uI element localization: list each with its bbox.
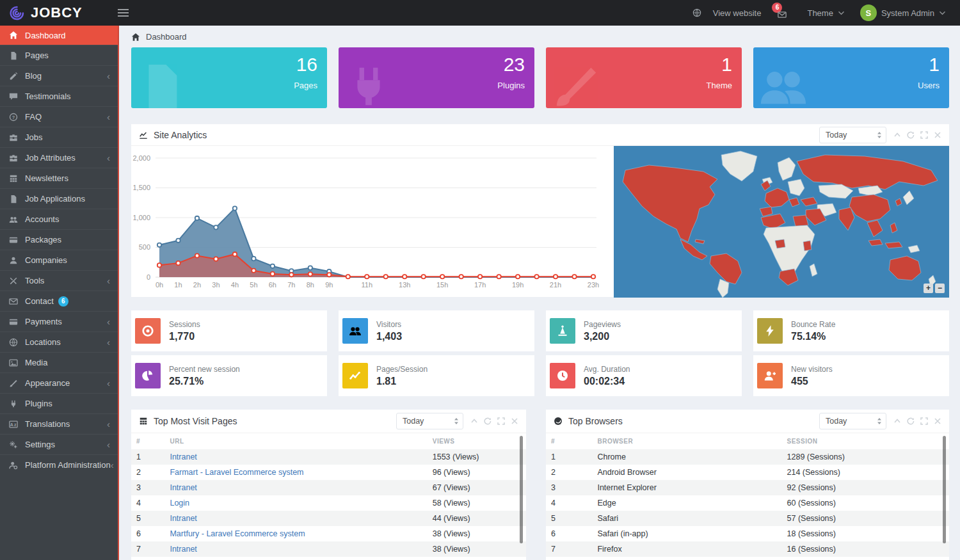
page-link[interactable]: Login [170,499,189,508]
cell: 7 [131,541,164,557]
sidebar-item-media[interactable]: Media [0,352,118,372]
map-zoom-in-button[interactable]: + [924,284,933,293]
sidebar-item-label: Newsletters [25,173,68,183]
sidebar-item-pages[interactable]: Pages [0,45,118,65]
page-link[interactable]: Intranet [170,483,196,492]
stat-card-users[interactable]: 1Users [753,47,949,108]
sidebar-item-plugins[interactable]: Plugins [0,393,118,413]
period-select[interactable]: Today [396,413,463,429]
collapse-icon[interactable] [893,131,901,139]
metric-label: Visitors [376,320,402,329]
cell: 92 (Sessions) [782,480,949,495]
page-link[interactable]: Intranet [170,452,196,461]
logo[interactable]: JOBCY [0,4,109,21]
user-menu[interactable]: S System Admin [860,4,946,21]
pie-icon [135,363,161,388]
sidebar-item-tools[interactable]: Tools‹ [0,270,118,291]
top-pages-panel: Top Most Visit Pages Today [131,410,526,560]
chevron-down-icon [838,10,845,15]
table-row: 6Safari (in-app)18 (Sessions) [546,526,949,541]
table-scrollbar[interactable] [520,436,523,543]
page-link[interactable]: Intranet [170,514,196,523]
pencil-icon [9,72,19,81]
table-row: 2Android Browser214 (Sessions) [546,465,949,480]
globe-icon [9,338,19,347]
sidebar-item-locations[interactable]: Locations‹ [0,332,118,352]
metric-label: Pages/Session [376,365,428,374]
cell: 5 [131,511,164,526]
map-zoom-out-button[interactable]: − [935,284,945,293]
sidebar-item-platform-administration[interactable]: Platform Administration‹ [0,454,118,475]
svg-text:1h: 1h [174,281,182,289]
world-map[interactable]: + − [614,146,949,298]
sidebar-item-newsletters[interactable]: Newsletters [0,168,118,188]
page-link[interactable]: Farmart - Laravel Ecommerce system [170,468,303,477]
cell: 4 [131,495,164,511]
reload-icon[interactable] [907,417,915,425]
fullscreen-icon[interactable] [920,417,928,425]
person-icon [9,256,19,265]
stat-card-theme[interactable]: 1Theme [546,47,742,108]
select-arrows-icon [877,131,882,139]
panel-tools [893,131,941,139]
stat-number: 23 [504,54,525,76]
sidebar-item-dashboard[interactable]: Dashboard [0,26,118,45]
sidebar-item-testimonials[interactable]: Testimonials [0,86,118,106]
close-icon[interactable] [934,417,941,425]
cell: Safari [592,511,781,526]
sidebar-item-label: Pages [25,51,49,60]
cell: 8 [546,557,592,560]
svg-text:21h: 21h [550,281,561,289]
card-icon [9,317,19,326]
close-icon[interactable] [934,131,941,139]
clock-icon [550,363,575,388]
chevron-left-icon: ‹ [107,419,110,429]
view-website-button[interactable]: View website [692,8,762,18]
sidebar-item-faq[interactable]: ?FAQ‹ [0,106,118,127]
fullscreen-icon[interactable] [920,131,928,139]
sidebar-item-payments[interactable]: Payments‹ [0,311,118,332]
stat-cards: 16Pages23Plugins1Theme1Users [131,47,949,108]
cell: 6 [131,526,164,541]
sidebar-item-companies[interactable]: Companies [0,250,118,270]
metric-visitors: Visitors1,403 [339,310,534,351]
theme-menu[interactable]: Theme [807,8,844,18]
sidebar-item-accounts[interactable]: Accounts [0,209,118,229]
page-link[interactable]: Intranet [170,545,196,554]
sidebar-item-blog[interactable]: Blog‹ [0,65,118,86]
messages-button[interactable]: 6 [776,3,792,22]
collapse-icon[interactable] [470,417,478,425]
sidebar-item-label: Accounts [25,214,59,224]
period-select[interactable]: Today [819,127,886,143]
globe-icon [692,8,702,17]
sidebar-item-jobs[interactable]: Jobs [0,127,118,147]
url-cell: Martfury - Laravel Ecommerce system [164,526,427,541]
svg-text:A: A [10,422,13,426]
stat-card-pages[interactable]: 16Pages [131,47,327,108]
page-link[interactable]: Martfury - Laravel Ecommerce system [170,529,305,538]
cell: 38 (Views) [428,526,526,541]
column-header: VIEWS [428,433,526,449]
cell: 44 (Views) [428,511,526,526]
collapse-icon[interactable] [893,417,901,425]
plug-icon [344,61,394,108]
sidebar-item-translations[interactable]: AzTranslations‹ [0,413,118,434]
sidebar-item-contact[interactable]: Contact6 [0,291,118,311]
reload-icon[interactable] [484,417,492,425]
sidebar-item-job-applications[interactable]: Job Applications [0,188,118,209]
period-select[interactable]: Today [819,413,886,429]
close-icon[interactable] [511,417,518,425]
sidebar-item-appearance[interactable]: Appearance‹ [0,372,118,393]
cone-icon [550,318,575,344]
sidebar-toggle-button[interactable] [118,9,129,17]
svg-text:1,000: 1,000 [132,214,150,221]
table-scrollbar[interactable] [943,436,946,543]
metric-label: Percent new session [169,365,240,374]
sidebar-item-label: Companies [25,255,67,265]
sidebar-item-settings[interactable]: Settings‹ [0,434,118,454]
sidebar-item-job-attributes[interactable]: Job Attributes‹ [0,147,118,168]
fullscreen-icon[interactable] [497,417,505,425]
stat-card-plugins[interactable]: 23Plugins [339,47,534,108]
sidebar-item-packages[interactable]: Packages [0,229,118,250]
reload-icon[interactable] [907,131,915,139]
